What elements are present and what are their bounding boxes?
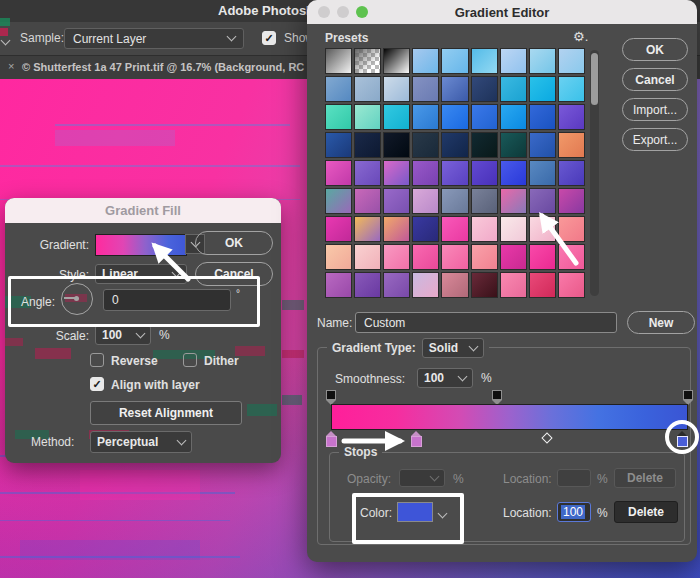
preset-swatch[interactable]: [558, 188, 585, 214]
preset-swatch[interactable]: [412, 216, 439, 242]
preset-swatch[interactable]: [529, 244, 556, 270]
preset-swatch[interactable]: [354, 188, 381, 214]
sample-dropdown[interactable]: Current Layer: [64, 28, 244, 49]
close-window-button[interactable]: [318, 6, 330, 18]
preset-swatch[interactable]: [383, 244, 410, 270]
gear-icon[interactable]: ⚙.: [573, 29, 588, 44]
opacity-stop[interactable]: [682, 390, 694, 404]
preset-swatch[interactable]: [558, 132, 585, 158]
preset-swatch[interactable]: [412, 188, 439, 214]
preset-swatch[interactable]: [500, 244, 527, 270]
dither-checkbox[interactable]: [183, 353, 197, 367]
preset-swatch[interactable]: [500, 216, 527, 242]
preset-swatch[interactable]: [500, 160, 527, 186]
preset-swatch[interactable]: [441, 272, 468, 298]
preset-swatch[interactable]: [558, 104, 585, 130]
preset-swatch[interactable]: [383, 48, 410, 74]
gradient-preview-swatch[interactable]: [95, 234, 187, 256]
preset-swatch[interactable]: [471, 104, 498, 130]
preset-swatch[interactable]: [354, 76, 381, 102]
preset-swatch[interactable]: [441, 160, 468, 186]
preset-swatch[interactable]: [558, 272, 585, 298]
preset-swatch[interactable]: [441, 48, 468, 74]
preset-swatch[interactable]: [500, 104, 527, 130]
preset-swatch[interactable]: [471, 48, 498, 74]
preset-swatch[interactable]: [500, 48, 527, 74]
preset-swatch[interactable]: [412, 160, 439, 186]
preset-swatch[interactable]: [412, 48, 439, 74]
preset-swatch[interactable]: [558, 76, 585, 102]
color-stop-middle[interactable]: [409, 431, 423, 447]
preset-swatch[interactable]: [325, 132, 352, 158]
preset-swatch[interactable]: [471, 160, 498, 186]
preset-swatch[interactable]: [500, 132, 527, 158]
preset-swatch[interactable]: [441, 216, 468, 242]
preset-swatch[interactable]: [529, 76, 556, 102]
preset-swatch[interactable]: [412, 132, 439, 158]
preset-swatch[interactable]: [558, 244, 585, 270]
name-input[interactable]: [355, 312, 617, 333]
scale-dropdown[interactable]: 100: [95, 325, 151, 345]
preset-swatch[interactable]: [354, 216, 381, 242]
export-button[interactable]: Export...: [622, 128, 688, 151]
preset-swatch[interactable]: [441, 76, 468, 102]
preset-swatch[interactable]: [354, 104, 381, 130]
preset-swatch[interactable]: [383, 272, 410, 298]
preset-swatch[interactable]: [529, 104, 556, 130]
angle-dial[interactable]: [61, 283, 93, 315]
smoothness-dropdown[interactable]: 100: [417, 368, 473, 388]
preset-swatch[interactable]: [500, 188, 527, 214]
preset-swatch[interactable]: [383, 104, 410, 130]
close-icon[interactable]: ×: [8, 60, 14, 72]
gradient-type-dropdown[interactable]: Solid: [422, 338, 484, 358]
align-with-layer-checkbox[interactable]: ✓: [90, 377, 104, 391]
show-checkbox[interactable]: ✓: [262, 31, 276, 45]
preset-swatch[interactable]: [441, 104, 468, 130]
preset-swatch[interactable]: [529, 48, 556, 74]
preset-swatch[interactable]: [325, 216, 352, 242]
minimize-window-button[interactable]: [337, 6, 349, 18]
preset-swatch[interactable]: [383, 160, 410, 186]
reverse-checkbox[interactable]: [90, 353, 104, 367]
scrollbar-thumb[interactable]: [591, 53, 598, 105]
color-stop-right-selected[interactable]: [675, 431, 689, 447]
new-button[interactable]: New: [627, 311, 695, 334]
preset-swatch[interactable]: [471, 132, 498, 158]
preset-swatch[interactable]: [412, 272, 439, 298]
preset-swatch[interactable]: [471, 76, 498, 102]
preset-swatch[interactable]: [354, 160, 381, 186]
cancel-button[interactable]: Cancel: [622, 68, 688, 91]
preset-swatch[interactable]: [500, 272, 527, 298]
preset-swatch[interactable]: [383, 132, 410, 158]
ok-button[interactable]: OK: [195, 231, 273, 255]
preset-swatch[interactable]: [383, 188, 410, 214]
preset-swatch[interactable]: [325, 104, 352, 130]
preset-swatch[interactable]: [325, 272, 352, 298]
zoom-window-button[interactable]: [356, 6, 368, 18]
preset-swatch[interactable]: [354, 48, 381, 74]
chevron-down-icon[interactable]: [2, 32, 9, 50]
preset-swatch[interactable]: [441, 244, 468, 270]
presets-scrollbar[interactable]: [590, 50, 599, 296]
delete-button[interactable]: Delete: [614, 501, 678, 523]
preset-swatch[interactable]: [471, 216, 498, 242]
preset-swatch[interactable]: [529, 216, 556, 242]
preset-swatch[interactable]: [354, 132, 381, 158]
preset-swatch[interactable]: [412, 76, 439, 102]
preset-swatch[interactable]: [383, 76, 410, 102]
preset-swatch[interactable]: [325, 160, 352, 186]
preset-swatch[interactable]: [354, 244, 381, 270]
preset-swatch[interactable]: [325, 188, 352, 214]
preset-swatch[interactable]: [471, 188, 498, 214]
cancel-button[interactable]: Cancel: [195, 262, 273, 286]
preset-swatch[interactable]: [529, 160, 556, 186]
preset-swatch[interactable]: [471, 244, 498, 270]
document-tab-title[interactable]: © Shutterfest 1a 47 Print.tif @ 16.7% (B…: [22, 61, 304, 73]
import-button[interactable]: Import...: [622, 98, 688, 121]
angle-input[interactable]: 0: [103, 289, 231, 311]
preset-swatch[interactable]: [354, 272, 381, 298]
preset-swatch[interactable]: [558, 160, 585, 186]
preset-swatch[interactable]: [325, 48, 352, 74]
preset-swatch[interactable]: [441, 188, 468, 214]
preset-swatch[interactable]: [471, 272, 498, 298]
